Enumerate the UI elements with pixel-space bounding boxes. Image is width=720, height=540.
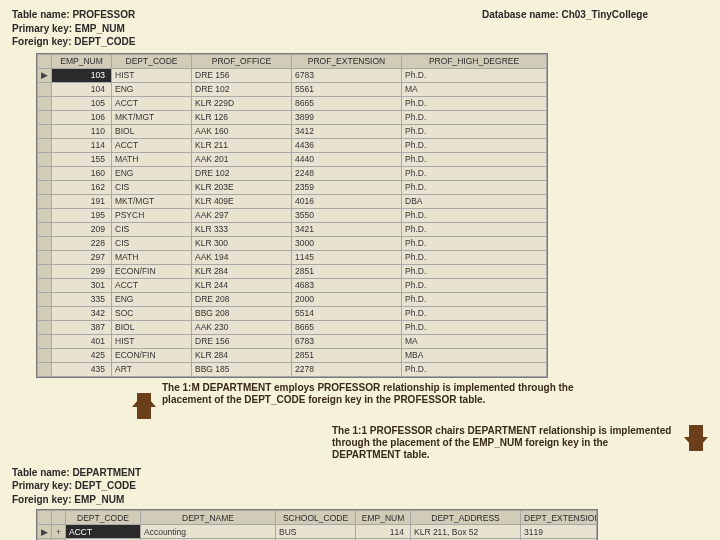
table-row[interactable]: 195PSYCHAAK 2973550Ph.D. — [38, 208, 547, 222]
cell-prof-office[interactable]: AAK 160 — [192, 124, 292, 138]
column-header[interactable]: PROF_HIGH_DEGREE — [402, 54, 547, 68]
cell-dept-code[interactable]: MATH — [112, 152, 192, 166]
cell-prof-extension[interactable]: 2278 — [292, 362, 402, 376]
cell-prof-extension[interactable]: 8665 — [292, 320, 402, 334]
cell-prof-extension[interactable]: 2851 — [292, 264, 402, 278]
cell-prof-degree[interactable]: Ph.D. — [402, 166, 547, 180]
cell-dept-code[interactable]: CIS — [112, 222, 192, 236]
cell-prof-degree[interactable]: MA — [402, 334, 547, 348]
table-row[interactable]: ▶103HISTDRE 1566783Ph.D. — [38, 68, 547, 82]
cell-prof-degree[interactable]: Ph.D. — [402, 96, 547, 110]
cell-prof-extension[interactable]: 3550 — [292, 208, 402, 222]
cell-dept-extension[interactable]: 3119 — [521, 525, 597, 539]
row-marker[interactable] — [38, 264, 52, 278]
cell-emp-num[interactable]: 191 — [52, 194, 112, 208]
cell-prof-degree[interactable]: Ph.D. — [402, 208, 547, 222]
cell-prof-extension[interactable]: 6783 — [292, 334, 402, 348]
cell-emp-num[interactable]: 425 — [52, 348, 112, 362]
cell-prof-extension[interactable]: 4440 — [292, 152, 402, 166]
row-marker[interactable] — [38, 194, 52, 208]
row-marker[interactable] — [38, 96, 52, 110]
row-marker[interactable] — [38, 306, 52, 320]
cell-prof-office[interactable]: KLR 244 — [192, 278, 292, 292]
cell-emp-num[interactable]: 162 — [52, 180, 112, 194]
cell-prof-office[interactable]: KLR 333 — [192, 222, 292, 236]
cell-prof-degree[interactable]: Ph.D. — [402, 68, 547, 82]
table-row[interactable]: 160ENGDRE 1022248Ph.D. — [38, 166, 547, 180]
cell-emp-num[interactable]: 104 — [52, 82, 112, 96]
cell-prof-office[interactable]: BBG 208 — [192, 306, 292, 320]
cell-prof-degree[interactable]: Ph.D. — [402, 152, 547, 166]
cell-prof-degree[interactable]: Ph.D. — [402, 222, 547, 236]
table-row[interactable]: 104ENGDRE 1025561MA — [38, 82, 547, 96]
cell-prof-degree[interactable]: Ph.D. — [402, 250, 547, 264]
cell-prof-extension[interactable]: 1145 — [292, 250, 402, 264]
cell-prof-extension[interactable]: 5514 — [292, 306, 402, 320]
column-header[interactable]: DEPT_NAME — [141, 511, 276, 525]
cell-prof-office[interactable]: KLR 284 — [192, 264, 292, 278]
table-row[interactable]: ▶+ACCTAccountingBUS114KLR 211, Box 52311… — [38, 525, 597, 539]
row-marker[interactable] — [38, 320, 52, 334]
cell-dept-code[interactable]: CIS — [112, 236, 192, 250]
row-marker[interactable] — [38, 278, 52, 292]
cell-dept-code[interactable]: ACCT — [112, 138, 192, 152]
cell-dept-code[interactable]: MKT/MGT — [112, 110, 192, 124]
cell-prof-office[interactable]: DRE 102 — [192, 166, 292, 180]
cell-prof-office[interactable]: KLR 284 — [192, 348, 292, 362]
table-row[interactable]: 191MKT/MGTKLR 409E4016DBA — [38, 194, 547, 208]
row-marker[interactable]: ▶ — [38, 525, 52, 539]
column-header[interactable]: DEPT_EXTENSION — [521, 511, 597, 525]
row-marker[interactable] — [38, 250, 52, 264]
cell-prof-office[interactable]: DRE 102 — [192, 82, 292, 96]
table-row[interactable]: 401HISTDRE 1566783MA — [38, 334, 547, 348]
cell-dept-code[interactable]: MATH — [112, 250, 192, 264]
cell-dept-code[interactable]: ACCT — [66, 525, 141, 539]
cell-prof-degree[interactable]: Ph.D. — [402, 138, 547, 152]
cell-prof-degree[interactable]: Ph.D. — [402, 236, 547, 250]
cell-dept-code[interactable]: ENG — [112, 292, 192, 306]
cell-dept-address[interactable]: KLR 211, Box 52 — [411, 525, 521, 539]
cell-prof-office[interactable]: AAK 297 — [192, 208, 292, 222]
cell-prof-office[interactable]: AAK 230 — [192, 320, 292, 334]
cell-school-code[interactable]: BUS — [276, 525, 356, 539]
column-header[interactable]: PROF_OFFICE — [192, 54, 292, 68]
cell-prof-extension[interactable]: 2851 — [292, 348, 402, 362]
cell-emp-num[interactable]: 103 — [52, 68, 112, 82]
cell-dept-code[interactable]: HIST — [112, 68, 192, 82]
cell-prof-office[interactable]: AAK 201 — [192, 152, 292, 166]
cell-emp-num[interactable]: 155 — [52, 152, 112, 166]
column-header[interactable]: EMP_NUM — [356, 511, 411, 525]
cell-dept-code[interactable]: MKT/MGT — [112, 194, 192, 208]
row-marker[interactable] — [38, 222, 52, 236]
cell-prof-extension[interactable]: 2000 — [292, 292, 402, 306]
table-row[interactable]: 110BIOLAAK 1603412Ph.D. — [38, 124, 547, 138]
cell-emp-num[interactable]: 195 — [52, 208, 112, 222]
cell-dept-code[interactable]: ACCT — [112, 278, 192, 292]
table-row[interactable]: 114ACCTKLR 2114436Ph.D. — [38, 138, 547, 152]
row-marker[interactable] — [38, 124, 52, 138]
row-marker[interactable] — [38, 348, 52, 362]
cell-prof-office[interactable]: KLR 229D — [192, 96, 292, 110]
cell-emp-num[interactable]: 342 — [52, 306, 112, 320]
cell-prof-degree[interactable]: MA — [402, 82, 547, 96]
cell-prof-office[interactable]: DRE 156 — [192, 68, 292, 82]
cell-dept-code[interactable]: ACCT — [112, 96, 192, 110]
cell-prof-degree[interactable]: Ph.D. — [402, 124, 547, 138]
cell-dept-code[interactable]: ART — [112, 362, 192, 376]
row-marker[interactable] — [38, 138, 52, 152]
table-row[interactable]: 387BIOLAAK 2308665Ph.D. — [38, 320, 547, 334]
cell-prof-office[interactable]: BBG 185 — [192, 362, 292, 376]
cell-emp-num[interactable]: 401 — [52, 334, 112, 348]
cell-prof-degree[interactable]: DBA — [402, 194, 547, 208]
cell-dept-code[interactable]: HIST — [112, 334, 192, 348]
cell-dept-code[interactable]: CIS — [112, 180, 192, 194]
cell-emp-num[interactable]: 114 — [356, 525, 411, 539]
row-marker[interactable] — [38, 110, 52, 124]
expand-icon[interactable]: + — [52, 525, 66, 539]
table-row[interactable]: 435ARTBBG 1852278Ph.D. — [38, 362, 547, 376]
cell-prof-extension[interactable]: 8665 — [292, 96, 402, 110]
cell-prof-office[interactable]: KLR 126 — [192, 110, 292, 124]
column-header[interactable]: DEPT_CODE — [112, 54, 192, 68]
cell-prof-degree[interactable]: Ph.D. — [402, 180, 547, 194]
row-marker[interactable] — [38, 166, 52, 180]
